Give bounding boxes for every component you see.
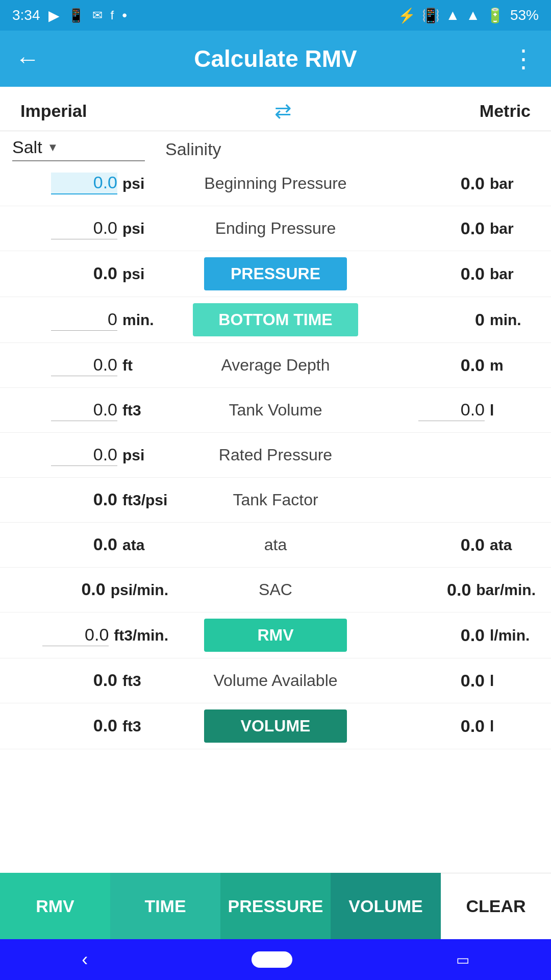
- imperial-side-tank-volume: ft3: [15, 400, 168, 421]
- metric-side-pressure: 0.0bar: [383, 264, 536, 284]
- imperial-unit-volume: ft3: [122, 718, 168, 735]
- imperial-input-bottom-time[interactable]: [51, 309, 117, 331]
- metric-unit-rmv: l/min.: [490, 627, 536, 644]
- imperial-side-sac: 0.0psi/min.: [15, 579, 168, 600]
- nav-btn-rmv[interactable]: RMV: [0, 873, 110, 939]
- imperial-input-ending-pressure[interactable]: [51, 218, 117, 239]
- imperial-unit-ata: ata: [122, 536, 168, 554]
- metric-side-tank-volume: l: [383, 400, 536, 421]
- metric-value-volume: 0.0: [444, 716, 485, 736]
- metric-value-beginning-pressure: 0.0: [444, 174, 485, 193]
- row-beginning-pressure: psiBeginning Pressure0.0bar: [0, 161, 551, 206]
- metric-value-bottom-time: 0: [444, 310, 485, 330]
- bottom-nav: RMVTIMEPRESSUREVOLUMECLEAR: [0, 873, 551, 939]
- imperial-side-bottom-time: min.: [15, 309, 168, 331]
- calc-btn-bottom-time[interactable]: BOTTOM TIME: [193, 303, 358, 336]
- imperial-value-ata: 0.0: [51, 534, 117, 555]
- center-beginning-pressure: Beginning Pressure: [168, 174, 383, 193]
- metric-side-volume-available: 0.0l: [383, 671, 536, 691]
- center-ending-pressure: Ending Pressure: [168, 219, 383, 238]
- row-sac: 0.0psi/min.SAC0.0bar/min.: [0, 568, 551, 612]
- imperial-side-rmv: ft3/min.: [15, 625, 168, 646]
- app-bar: ← Calculate RMV ⋮: [0, 31, 551, 87]
- salinity-label: Salinity: [165, 139, 221, 159]
- imperial-unit-tank-factor: ft3/psi: [122, 492, 168, 509]
- row-rated-pressure: psiRated Pressure: [0, 433, 551, 478]
- imperial-side-beginning-pressure: psi: [15, 173, 168, 194]
- row-volume: 0.0ft3VOLUME0.0l: [0, 703, 551, 749]
- metric-value-average-depth: 0.0: [444, 355, 485, 375]
- metric-value-pressure: 0.0: [444, 264, 485, 284]
- center-sac: SAC: [168, 580, 383, 599]
- nav-btn-clear[interactable]: CLEAR: [441, 873, 551, 939]
- back-button[interactable]: ←: [15, 45, 40, 73]
- metric-value-volume-available: 0.0: [444, 671, 485, 691]
- status-time: 3:34 ▶ 📱 ✉ f •: [12, 7, 127, 24]
- imperial-input-rated-pressure[interactable]: [51, 445, 117, 466]
- imperial-side-volume: 0.0ft3: [15, 716, 168, 737]
- imperial-unit-average-depth: ft: [122, 357, 168, 374]
- imperial-value-pressure: 0.0: [51, 263, 117, 284]
- metric-unit-volume-available: l: [490, 672, 536, 690]
- metric-unit-ata: ata: [490, 536, 536, 554]
- battery-percent: 53%: [510, 7, 539, 23]
- unit-toggle-row: Imperial ⇄ Metric: [0, 87, 551, 131]
- metric-side-rmv: 0.0l/min.: [383, 625, 536, 645]
- imperial-unit-beginning-pressure: psi: [122, 175, 168, 192]
- nav-btn-pressure[interactable]: PRESSURE: [220, 873, 331, 939]
- nav-btn-time[interactable]: TIME: [110, 873, 220, 939]
- battery-icon: 🔋: [486, 7, 504, 24]
- calc-btn-pressure[interactable]: PRESSURE: [204, 257, 347, 290]
- metric-unit-tank-volume: l: [490, 402, 536, 419]
- center-average-depth: Average Depth: [168, 356, 383, 375]
- menu-button[interactable]: ⋮: [511, 44, 536, 73]
- center-bottom-time: BOTTOM TIME: [168, 303, 383, 336]
- imperial-input-beginning-pressure[interactable]: [51, 173, 117, 194]
- imperial-side-volume-available: 0.0ft3: [15, 670, 168, 691]
- salinity-row: Salt ▼ Salinity: [0, 131, 551, 161]
- signal-icon: ▲: [466, 7, 480, 23]
- center-rated-pressure: Rated Pressure: [168, 446, 383, 464]
- imperial-value-tank-factor: 0.0: [51, 489, 117, 510]
- imperial-input-tank-volume[interactable]: [51, 400, 117, 421]
- metric-side-ending-pressure: 0.0bar: [383, 218, 536, 238]
- unit-toggle-button[interactable]: ⇄: [274, 99, 292, 122]
- row-pressure: 0.0psiPRESSURE0.0bar: [0, 251, 551, 297]
- row-bottom-time: min.BOTTOM TIME0min.: [0, 297, 551, 343]
- nav-btn-volume[interactable]: VOLUME: [331, 873, 441, 939]
- facebook-icon: f: [111, 8, 114, 22]
- metric-label: Metric: [480, 101, 531, 121]
- imperial-label: Imperial: [20, 101, 87, 121]
- wifi-icon: ▲: [446, 7, 460, 23]
- back-system-button[interactable]: ‹: [82, 949, 88, 970]
- center-tank-volume: Tank Volume: [168, 401, 383, 420]
- imperial-unit-bottom-time: min.: [122, 311, 168, 329]
- imperial-side-average-depth: ft: [15, 355, 168, 376]
- imperial-input-rmv[interactable]: [42, 625, 109, 646]
- metric-input-tank-volume[interactable]: [418, 400, 485, 421]
- salinity-dropdown[interactable]: Salt ▼: [12, 137, 145, 161]
- center-ata: ata: [168, 535, 383, 554]
- metric-value-rmv: 0.0: [444, 625, 485, 645]
- metric-side-bottom-time: 0min.: [383, 310, 536, 330]
- center-volume-available: Volume Available: [168, 671, 383, 690]
- imperial-side-rated-pressure: psi: [15, 445, 168, 466]
- home-system-button[interactable]: ⬤: [252, 951, 292, 968]
- recent-system-button[interactable]: ▭: [456, 951, 469, 968]
- metric-value-ending-pressure: 0.0: [444, 218, 485, 238]
- imperial-input-average-depth[interactable]: [51, 355, 117, 376]
- metric-unit-bottom-time: min.: [490, 311, 536, 329]
- imperial-side-tank-factor: 0.0ft3/psi: [15, 489, 168, 510]
- row-tank-volume: ft3Tank Volumel: [0, 388, 551, 433]
- metric-side-ata: 0.0ata: [383, 535, 536, 555]
- imperial-value-volume-available: 0.0: [51, 670, 117, 691]
- status-icons: ⚡ 📳 ▲ ▲ 🔋 53%: [398, 7, 539, 24]
- metric-unit-average-depth: m: [490, 357, 536, 374]
- row-ata: 0.0ataata0.0ata: [0, 523, 551, 568]
- center-tank-factor: Tank Factor: [168, 491, 383, 509]
- calc-btn-rmv[interactable]: RMV: [204, 619, 347, 652]
- calc-btn-volume[interactable]: VOLUME: [204, 709, 347, 743]
- metric-side-average-depth: 0.0m: [383, 355, 536, 375]
- whatsapp-icon: 📱: [68, 8, 84, 23]
- metric-value-sac: 0.0: [430, 580, 471, 600]
